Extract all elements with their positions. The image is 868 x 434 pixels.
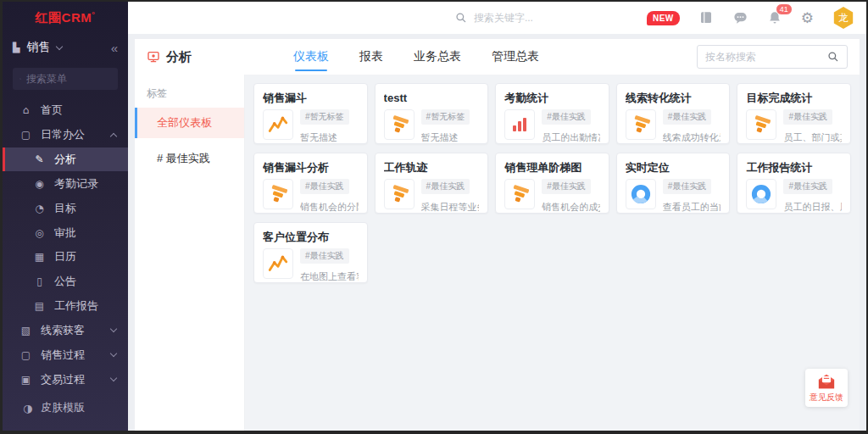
sidebar-item-目标[interactable]: ◔目标 [3,196,128,220]
dashboard-card[interactable]: 目标完成统计 #最佳实践 员工、部门或其他业... [737,83,851,144]
sidebar-search[interactable] [13,68,118,90]
top-header: NEW 41 ⚙ 龙 [128,2,866,34]
name-search[interactable] [697,45,848,69]
settings-gear-icon[interactable]: ⚙ [801,9,814,26]
panel-header: 分析 仪表板报表业务总表管理总表 [135,39,860,75]
sidebar-item-交易过程[interactable]: ▣交易过程 [3,367,128,392]
card-tag-chip: #最佳实践 [542,179,591,194]
dashboard-card[interactable]: 线索转化统计 #最佳实践 线索成功转化为客户... [616,83,731,144]
help-book-icon[interactable] [698,10,714,25]
card-title: 工作轨迹 [384,160,480,175]
home-icon: ⌂ [19,104,32,116]
card-title: 销售漏斗分析 [263,160,359,175]
funnel-orange-icon [384,179,415,209]
sidebar: 红圈CRM° ▙ 销售 « ⌂首页▢日常办公✎分析◉考勤记录◔目标◎审批▦日历▯… [3,2,128,431]
tags-panel: 标签 全部仪表板# 最佳实践 [135,75,245,431]
sidebar-item-skin-template[interactable]: ◑ 皮肤模版 [3,392,128,424]
bars-red-icon [504,109,535,140]
page-title: 分析 [166,49,192,65]
analysis-panel: 分析 仪表板报表业务总表管理总表 标签 全部仪表板# 最佳实践 销售漏斗 [135,39,860,431]
sidebar-item-线索获客[interactable]: ▧线索获客 [3,318,128,342]
app-window: 红圈CRM° ▙ 销售 « ⌂首页▢日常办公✎分析◉考勤记录◔目标◎审批▦日历▯… [0,0,868,434]
card-description: 暂无描述 [421,131,480,144]
chevron-down-icon [110,350,117,357]
card-tag-chip: #最佳实践 [542,109,591,125]
sidebar-item-label: 线索获客 [41,323,103,338]
donut-blue-icon [746,179,776,209]
dashboard-card[interactable]: 工作轨迹 #最佳实践 采集日程等业务数据... [375,153,489,214]
collapse-sidebar-icon[interactable]: « [111,41,118,55]
sidebar-item-公告[interactable]: ▯公告 [3,270,128,294]
message-icon[interactable] [732,10,748,25]
dashboard-card[interactable]: 销售漏斗分析 #最佳实践 销售机会的分阶段漏... [253,153,368,214]
dashboard-card[interactable]: 销售理单阶梯图 #最佳实践 销售机会的成交状态... [495,153,609,214]
global-search[interactable] [455,12,616,24]
card-description: 员工的日报、周报和... [783,201,842,214]
analysis-monitor-icon [147,50,160,64]
sidebar-item-label: 分析 [54,152,116,167]
sidebar-item-label: 工作报告 [54,298,116,314]
sidebar-item-label: 销售过程 [41,348,103,363]
dashboard-card[interactable]: 销售漏斗 #暂无标签 暂无描述 [253,83,368,144]
workspace-switcher[interactable]: ▙ 销售 « [3,34,128,61]
dashboard-card[interactable]: 客户位置分布 #最佳实践 在地图上查看客户的... [253,222,368,283]
card-title: 工作报告统计 [746,160,842,175]
card-title: 目标完成统计 [746,91,842,105]
card-title: 销售漏斗 [263,91,359,105]
card-tag-chip: #暂无标签 [300,109,349,125]
card-title: 实时定位 [626,160,721,175]
chart-orange-icon [263,109,293,140]
global-search-input[interactable] [474,12,593,24]
tag-filter-全部仪表板[interactable]: 全部仪表板 [135,108,244,138]
logo-mark: ° [92,10,95,19]
sales-process-icon: ▢ [19,349,32,361]
attendance-icon: ◉ [33,178,46,190]
sidebar-item-label: 公告 [54,274,116,289]
name-search-input[interactable] [705,51,822,63]
card-description: 采集日程等业务数据... [421,201,480,214]
sidebar-item-销售过程[interactable]: ▢销售过程 [3,342,128,367]
sidebar-item-日常办公[interactable]: ▢日常办公 [3,123,128,147]
sidebar-item-分析[interactable]: ✎分析 [3,147,128,172]
new-feature-badge[interactable]: NEW [647,11,680,25]
sidebar-item-考勤记录[interactable]: ◉考勤记录 [3,171,128,196]
card-description: 查看员工的当前位置... [663,201,721,214]
feedback-button[interactable]: 意见反馈 [805,369,848,407]
dashboard-card[interactable]: 考勤统计 #最佳实践 员工的出勤情况统计 [495,83,609,144]
sidebar-item-日历[interactable]: ▦日历 [3,245,128,270]
card-title: 客户位置分布 [263,230,359,244]
tab-管理总表[interactable]: 管理总表 [492,39,539,75]
card-tag-chip: #最佳实践 [663,179,712,194]
sidebar-item-工作报告[interactable]: ▤工作报告 [3,294,128,319]
card-tag-chip: #最佳实践 [783,109,832,125]
sidebar-search-input[interactable] [26,73,111,85]
skin-label: 皮肤模版 [41,400,85,415]
dashboard-card[interactable]: testt #暂无标签 暂无描述 [375,83,489,144]
content-wrap: 分析 仪表板报表业务总表管理总表 标签 全部仪表板# 最佳实践 销售漏斗 [128,34,866,431]
funnel-orange-icon [384,109,415,140]
chevron-down-icon [110,375,117,381]
notification-bell-icon[interactable]: 41 [767,10,782,25]
card-tag-chip: #最佳实践 [421,179,470,194]
chart-orange-icon [263,248,293,279]
sidebar-item-label: 日历 [54,249,116,264]
sidebar-item-首页[interactable]: ⌂首页 [3,98,128,123]
tab-报表[interactable]: 报表 [359,39,383,75]
tag-filter-# 最佳实践[interactable]: # 最佳实践 [135,143,244,174]
feedback-label: 意见反馈 [810,392,843,403]
funnel-orange-icon [626,109,656,140]
card-description: 在地图上查看客户的... [300,270,359,283]
dashboard-card[interactable]: 工作报告统计 #最佳实践 员工的日报、周报和... [737,153,851,214]
card-description: 员工、部门或其他业... [783,131,842,144]
funnel-orange-icon [746,109,776,140]
chevron-down-icon [56,42,63,49]
dashboard-card[interactable]: 实时定位 #最佳实践 查看员工的当前位置... [616,153,731,214]
user-avatar[interactable]: 龙 [832,7,854,29]
card-description: 销售机会的分阶段漏... [300,201,359,214]
tab-仪表板[interactable]: 仪表板 [293,39,329,75]
tab-bar: 仪表板报表业务总表管理总表 [293,39,539,75]
sidebar-item-审批[interactable]: ◎审批 [3,220,128,245]
folder-icon: ▢ [19,129,32,141]
funnel-orange-icon [504,179,535,209]
tab-业务总表[interactable]: 业务总表 [414,39,461,75]
